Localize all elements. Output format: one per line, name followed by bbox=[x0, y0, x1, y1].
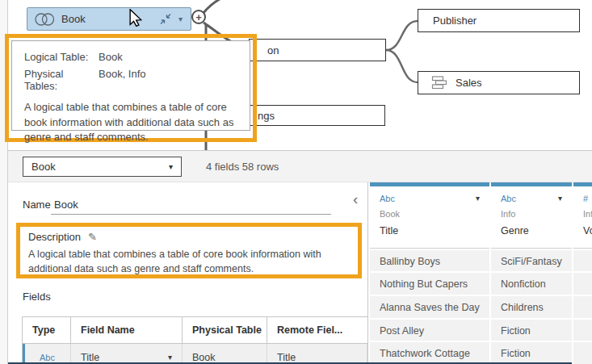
grid-cell: Thatchwork Cottage bbox=[370, 342, 489, 364]
column-table-name: Inf bbox=[583, 209, 592, 219]
grid-column-genre: Abc ▾ Info Genre SciFi/Fantasy Nonfictio… bbox=[491, 182, 572, 364]
grid-cell: Nothing But Capers bbox=[370, 273, 489, 295]
physical-tables-value: Book, Info bbox=[99, 68, 146, 92]
tooltip-description: A logical table that combines a table of… bbox=[24, 100, 237, 145]
selected-row-accent bbox=[23, 344, 25, 364]
grid-cell bbox=[573, 296, 592, 318]
collapse-table-icon[interactable] bbox=[160, 14, 171, 24]
collapse-panel-chevron-icon[interactable]: ‹ bbox=[353, 191, 358, 207]
column-field-name: Title bbox=[380, 225, 480, 236]
column-header[interactable]: Abc ▾ Info Genre bbox=[491, 186, 572, 249]
logical-table-node-book-selected[interactable]: Book ▾ bbox=[27, 7, 191, 31]
data-preview-grid: Abc ▾ Book Title Ballinby Boys Nothing B… bbox=[367, 182, 592, 364]
table-node-label: on bbox=[267, 44, 279, 56]
table-tooltip: Logical Table: Book Physical Tables: Boo… bbox=[11, 40, 250, 131]
grid-cell: Alanna Saves the Day bbox=[370, 296, 489, 318]
table-node-label: ngs bbox=[258, 110, 275, 122]
table-node-sales[interactable]: Sales bbox=[418, 71, 580, 94]
column-field-name: Genre bbox=[501, 225, 562, 236]
fields-header-physical-table: Physical Table bbox=[183, 317, 267, 343]
grid-cell: Fiction bbox=[491, 320, 572, 341]
node-menu-caret-icon[interactable]: ▾ bbox=[178, 15, 183, 23]
name-input-value[interactable]: Book bbox=[54, 199, 78, 211]
edit-description-pencil-icon[interactable]: ✎ bbox=[88, 231, 97, 243]
field-name-caret-icon: ▾ bbox=[168, 354, 172, 362]
multiple-tables-icon bbox=[431, 76, 447, 90]
grid-cell: Post Alley bbox=[370, 320, 489, 341]
fields-header-field-name: Field Name bbox=[71, 317, 183, 343]
table-node-partially-hidden-edition[interactable]: on bbox=[249, 39, 386, 61]
column-menu-caret-icon[interactable]: ▾ bbox=[558, 195, 562, 203]
fields-table: Type Field Name Physical Table Remote Fi… bbox=[22, 316, 368, 364]
table-node-publisher[interactable]: Publisher bbox=[418, 9, 580, 32]
grid-cell: SciFi/Fantasy bbox=[491, 250, 572, 272]
grid-cell: Nonfiction bbox=[491, 273, 572, 295]
grid-cell: Fiction bbox=[491, 342, 572, 364]
grid-cell bbox=[573, 250, 592, 272]
fields-header-type: Type bbox=[23, 317, 71, 343]
logical-table-value: Book bbox=[99, 51, 123, 63]
mouse-cursor-icon bbox=[129, 9, 142, 27]
field-name-value: Title bbox=[81, 352, 99, 363]
table-node-label: Sales bbox=[456, 77, 482, 89]
grid-cell bbox=[573, 342, 592, 364]
column-header[interactable]: # Inf Vo bbox=[573, 186, 592, 249]
fields-table-row[interactable]: Abc Title ▾ Book Title bbox=[23, 344, 367, 364]
preview-toolbar: Book ▾ 4 fields 58 rows bbox=[8, 151, 592, 182]
table-selector-dropdown[interactable]: Book ▾ bbox=[23, 157, 182, 177]
add-relationship-button[interactable]: + bbox=[191, 10, 206, 24]
remote-field-value: Title bbox=[267, 344, 367, 364]
annotation-highlight-box-description: Description ✎ A logical table that combi… bbox=[16, 223, 362, 278]
name-label: Name bbox=[23, 199, 51, 211]
physical-tables-label: Physical Tables: bbox=[24, 68, 99, 92]
annotation-highlight-box: Logical Table: Book Physical Tables: Boo… bbox=[5, 34, 257, 142]
name-input-underline bbox=[51, 214, 331, 215]
logical-table-node-label: Book bbox=[61, 13, 86, 25]
grid-cell: Ballinby Boys bbox=[370, 250, 489, 272]
physical-table-value: Book bbox=[183, 344, 267, 364]
description-text: A logical table that combines a table of… bbox=[28, 247, 348, 276]
column-table-name: Info bbox=[501, 209, 562, 219]
column-header[interactable]: Abc ▾ Book Title bbox=[370, 186, 489, 249]
tableau-datasource-window: ngs on Publisher Sales Book bbox=[0, 0, 592, 364]
string-type-icon: Abc bbox=[380, 194, 395, 203]
grid-cell bbox=[573, 273, 592, 295]
column-field-name: Vo bbox=[583, 225, 592, 236]
table-node-label: Publisher bbox=[433, 15, 477, 27]
logical-table-label: Logical Table: bbox=[24, 51, 99, 63]
venn-join-icon bbox=[34, 12, 56, 27]
dropdown-caret-icon: ▾ bbox=[169, 163, 173, 171]
column-menu-caret-icon[interactable]: ▾ bbox=[476, 195, 480, 203]
grid-column-clipped: # Inf Vo bbox=[573, 182, 592, 364]
fields-header-remote-field: Remote Fiel... bbox=[267, 317, 367, 343]
grid-cell: Childrens bbox=[491, 296, 572, 318]
fields-table-header-row: Type Field Name Physical Table Remote Fi… bbox=[23, 317, 367, 344]
description-label: Description bbox=[28, 231, 81, 243]
column-table-name: Book bbox=[380, 209, 480, 219]
field-name-dropdown[interactable]: Title ▾ bbox=[71, 344, 183, 364]
table-selector-value: Book bbox=[31, 161, 56, 173]
string-type-icon: Abc bbox=[501, 194, 516, 203]
grid-cell bbox=[573, 320, 592, 341]
string-type-icon: Abc bbox=[40, 353, 55, 362]
grid-column-title: Abc ▾ Book Title Ballinby Boys Nothing B… bbox=[370, 182, 489, 364]
number-type-icon: # bbox=[583, 194, 588, 203]
fields-rows-summary: 4 fields 58 rows bbox=[206, 157, 279, 177]
